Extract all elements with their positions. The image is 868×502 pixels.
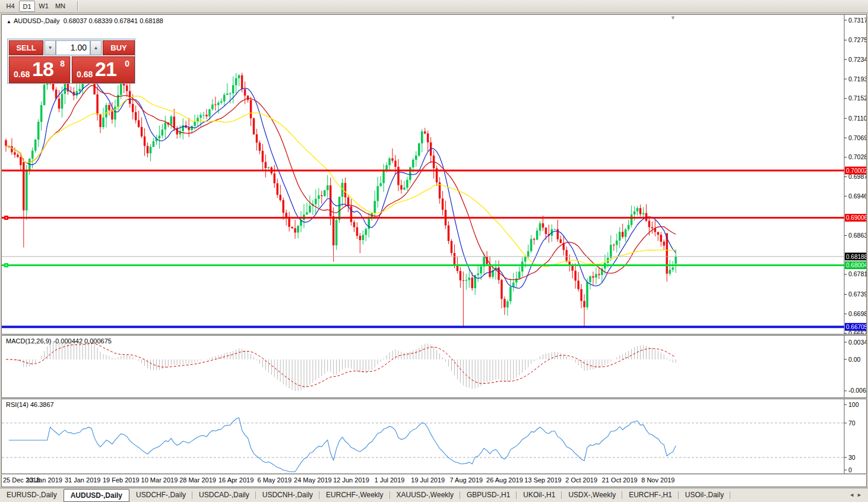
date-tick-label: 24 May 2019: [294, 476, 332, 484]
price-tick-label: 0.71520: [848, 94, 866, 102]
date-tick-label: 10 Mar 2019: [141, 476, 178, 484]
terminal-window: H4 D1 W1 MN 0.731700.727500.723400.71930…: [0, 0, 868, 502]
scroll-to-end-icon[interactable]: ▼: [670, 15, 676, 21]
price-tick-label: 0.73170: [848, 17, 866, 24]
rsi-tick-label: 100: [848, 401, 859, 408]
spin-down-icon: ▼: [48, 45, 53, 50]
chart-tab-eurusd-daily[interactable]: EURUSD-,Daily: [0, 490, 64, 501]
rsi-tick-label: 30: [848, 454, 856, 461]
rsi-tick-label: 70: [848, 419, 856, 427]
price-tick-label: 0.67810: [848, 270, 866, 277]
date-tick-label: 13 Sep 2019: [524, 476, 561, 484]
date-tick-label: 19 Jul 2019: [411, 476, 445, 484]
date-tick-label: 12 Jun 2019: [333, 476, 369, 484]
date-tick-label: 7 Aug 2019: [449, 476, 483, 484]
sell-quote-button[interactable]: 0.68 18 8: [9, 56, 70, 83]
chart-tab-usdx-weekly[interactable]: USDX-,Weekly: [562, 490, 622, 501]
chart-tab-bar: EURUSD-,DailyAUDUSD-,DailyUSDCHF-,DailyU…: [0, 488, 868, 502]
toolbar-separator: [77, 1, 78, 11]
chart-tab-usdchf-daily[interactable]: USDCHF-,Daily: [129, 490, 192, 501]
chart-tab-usdcad-daily[interactable]: USDCAD-,Daily: [192, 490, 256, 501]
chart-tab-ukoil-h1[interactable]: UKOil-,H1: [517, 490, 562, 501]
chart-tab-usdcnh-daily[interactable]: USDCNH-,Daily: [256, 490, 319, 501]
tabs-right-icon[interactable]: ►: [857, 492, 864, 498]
chart-title: ▲AUDUSD-,Daily 0.68037 0.68339 0.67841 0…: [7, 17, 163, 24]
one-click-trading-panel: SELL ▼ 1.00 ▲ BUY 0.68 18 8 0.68 21 0: [7, 39, 135, 84]
price-tick-label: 0.70280: [848, 153, 866, 160]
macd-tick-label: 0.00: [848, 356, 861, 363]
date-tick-label: 8 Nov 2019: [641, 476, 674, 484]
price-line-badge: 0.68004: [846, 262, 866, 269]
sell-price-prefix: 0.68: [14, 70, 30, 79]
date-tick-label: 13 Jan 2019: [26, 476, 62, 484]
chart-tab-eurchf-weekly[interactable]: EURCHF-,Weekly: [319, 490, 389, 501]
price-line-badge: 0.68188: [846, 254, 866, 260]
date-tick-label: 2 Oct 2019: [565, 476, 597, 484]
timeframe-mn-button[interactable]: MN: [52, 1, 68, 12]
tab-scroll-arrows[interactable]: ◄►: [849, 492, 864, 498]
price-tick-label: 0.70690: [848, 134, 866, 141]
spin-up-icon: ▲: [94, 45, 99, 50]
chart-tab-audusd-daily[interactable]: AUDUSD-,Daily: [64, 489, 129, 502]
date-tick-label: 6 May 2019: [258, 476, 292, 484]
timeframe-h4-button[interactable]: H4: [2, 1, 18, 12]
rsi-tick-label: 0: [848, 466, 852, 473]
macd-plot[interactable]: 0.003490.00-0.00637: [2, 336, 866, 397]
chart-symbol-label: AUDUSD-,Daily: [14, 17, 60, 24]
price-tick-label: 0.71100: [848, 115, 866, 122]
rsi-panel: 10070300 RSI(14) 46.3867: [1, 399, 867, 474]
collapse-arrow-icon[interactable]: ▲: [7, 19, 11, 24]
buy-price-prefix: 0.68: [77, 70, 93, 79]
price-line-badge: 0.69006: [846, 214, 866, 221]
macd-label: MACD(12,26,9) -0.000442 0.000675: [6, 337, 112, 345]
price-tick-label: 0.72340: [848, 56, 866, 63]
volume-decrease-button[interactable]: ▼: [45, 40, 56, 55]
rsi-label: RSI(14) 46.3867: [6, 401, 54, 408]
chart-tab-gbpusd-h1[interactable]: GBPUSD-,H1: [460, 490, 517, 501]
buy-button[interactable]: BUY: [103, 40, 135, 55]
date-tick-label: 1 Jul 2019: [375, 476, 405, 484]
timeframe-w1-button[interactable]: W1: [36, 1, 52, 12]
macd-panel: 0.003490.00-0.00637 MACD(12,26,9) -0.000…: [1, 335, 867, 398]
date-tick-label: 19 Feb 2019: [103, 476, 140, 484]
price-tick-label: 0.67390: [848, 291, 866, 298]
price-tick-label: 0.68630: [848, 232, 866, 239]
sell-button[interactable]: SELL: [9, 40, 43, 55]
tabs-left-icon[interactable]: ◄: [849, 492, 857, 498]
date-tick-label: 31 Jan 2019: [65, 476, 101, 484]
rsi-plot[interactable]: 10070300: [2, 399, 866, 473]
price-tick-label: 0.71930: [848, 75, 866, 83]
volume-input[interactable]: 1.00: [56, 40, 90, 55]
buy-price-big: 21: [95, 58, 116, 81]
tab-separator: [730, 491, 730, 499]
sell-price-big: 18: [32, 58, 53, 81]
timeframe-d1-button[interactable]: D1: [19, 1, 35, 12]
price-line-badge: 0.70002: [846, 168, 866, 174]
chart-tab-xauusd-weekly[interactable]: XAUUSD-,Weekly: [390, 490, 460, 501]
macd-tick-label: -0.00637: [848, 387, 866, 394]
chart-tab-usoil-daily[interactable]: USOil-,Daily: [679, 490, 730, 501]
date-tick-label: 26 Aug 2019: [486, 476, 523, 484]
macd-tick-label: 0.00349: [848, 339, 866, 346]
buy-quote-button[interactable]: 0.68 21 0: [72, 56, 135, 83]
price-line-badge: 0.66705: [846, 324, 866, 330]
price-tick-label: 0.69460: [848, 192, 866, 200]
buy-price-sup: 0: [125, 59, 129, 68]
date-tick-label: 28 Mar 2019: [179, 476, 216, 484]
price-tick-label: 0.72750: [848, 36, 866, 43]
date-tick-label: 21 Oct 2019: [602, 476, 638, 484]
price-chart-panel: 0.731700.727500.723400.719300.715200.711…: [1, 14, 867, 334]
price-tick-label: 0.66980: [848, 310, 866, 317]
date-tick-label: 16 Apr 2019: [218, 476, 254, 484]
chart-tab-eurchf-h1[interactable]: EURCHF-,H1: [622, 490, 679, 501]
timeframe-toolbar: H4 D1 W1 MN: [0, 0, 868, 13]
chart-ohlc-values: 0.68037 0.68339 0.67841 0.68188: [64, 17, 163, 24]
volume-increase-button[interactable]: ▲: [90, 40, 102, 55]
date-axis[interactable]: 25 Dec 201813 Jan 201931 Jan 201919 Feb …: [1, 475, 867, 487]
sell-price-sup: 8: [60, 59, 65, 68]
